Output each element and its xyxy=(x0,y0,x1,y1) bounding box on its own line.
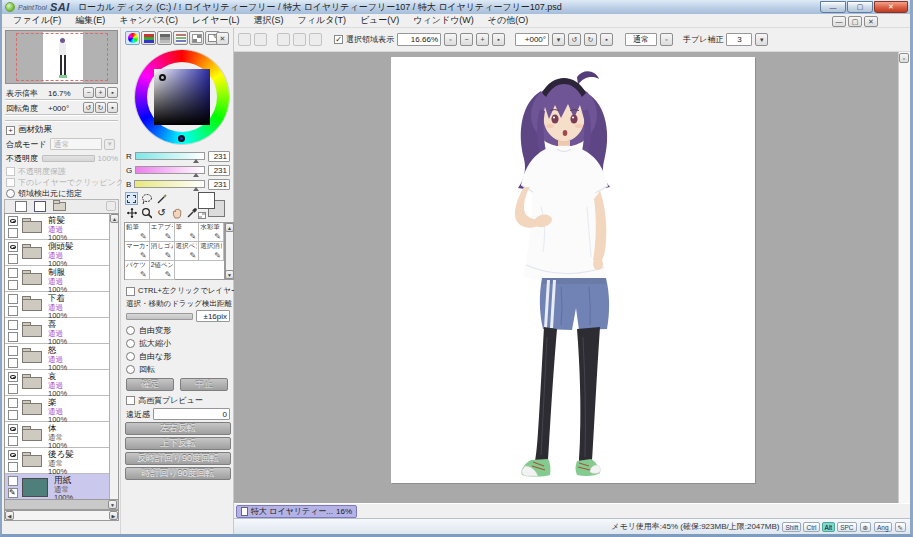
scroll-down-button[interactable]: ▼ xyxy=(225,270,234,279)
layer-paint-target-checkbox[interactable] xyxy=(8,488,18,498)
navigator-zoom-slider[interactable] xyxy=(5,99,118,101)
transform-option-row[interactable]: 自由な形 xyxy=(126,350,171,363)
hsv-slider-tab[interactable] xyxy=(157,31,172,45)
transform-option-row[interactable]: 回転 xyxy=(126,363,171,376)
doc-close-button[interactable]: ✕ xyxy=(864,16,878,27)
menu-item[interactable]: その他(O) xyxy=(481,13,535,28)
layer-visibility-checkbox[interactable] xyxy=(8,424,18,434)
confirm-button[interactable]: 確定 xyxy=(126,378,174,391)
brush-tool-cell[interactable]: マーカー ✎ xyxy=(125,242,150,261)
red-value[interactable]: 231 xyxy=(208,151,230,162)
toolbar-button-disabled[interactable] xyxy=(254,33,267,46)
transform-radio[interactable] xyxy=(126,339,135,348)
nav-rotate-cw-button[interactable]: ↻ xyxy=(95,102,106,113)
zoom-tool[interactable] xyxy=(140,206,153,219)
layer-row[interactable]: 怒 通過 100% xyxy=(5,344,109,370)
toolbar-button-disabled[interactable] xyxy=(309,33,322,46)
hue-marker[interactable] xyxy=(178,135,185,142)
stabilizer-value-box[interactable]: 3 xyxy=(726,33,752,46)
menu-item[interactable]: ファイル(F) xyxy=(6,13,68,28)
layer-row[interactable]: 後ろ髪 通常 100% xyxy=(5,448,109,474)
brush-tool-cell[interactable]: 選択ペン ✎ xyxy=(175,242,200,261)
brush-tool-cell[interactable]: 2値ペン ✎ xyxy=(150,261,175,280)
ctrl-click-checkbox[interactable] xyxy=(126,287,135,296)
color-panel-close-button[interactable]: ✕ xyxy=(216,32,229,45)
layer-row[interactable]: 制服 通過 100% xyxy=(5,266,109,292)
layer-visibility-checkbox[interactable] xyxy=(8,346,18,356)
perspective-input[interactable]: 0 xyxy=(153,408,230,420)
selection-source-radio[interactable] xyxy=(6,189,15,198)
menu-item[interactable]: キャンバス(C) xyxy=(112,13,185,28)
doc-restore-button[interactable]: ▢ xyxy=(848,16,862,27)
menu-item[interactable]: ウィンドウ(W) xyxy=(406,13,481,28)
canvas-viewport[interactable]: ▫ xyxy=(234,52,910,503)
zoom-out-button[interactable]: − xyxy=(460,33,473,46)
material-effect-header[interactable]: + 画材効果 xyxy=(6,124,52,136)
layer-row[interactable]: 下着 通過 100% xyxy=(5,292,109,318)
document-canvas[interactable] xyxy=(391,57,755,483)
rect-select-tool[interactable] xyxy=(125,192,138,205)
layer-row[interactable]: 側頭髪 通過 100% xyxy=(5,240,109,266)
drag-detect-value[interactable]: ±16pix xyxy=(196,310,230,322)
brush-tool-cell[interactable]: 消しゴム ✎ xyxy=(150,242,175,261)
doc-minimize-button[interactable]: — xyxy=(832,16,846,27)
layer-visibility-checkbox[interactable] xyxy=(8,268,18,278)
layer-row[interactable]: 楽 通過 100% xyxy=(5,396,109,422)
layer-row[interactable]: 用紙 通常 100% xyxy=(5,474,109,500)
menu-item[interactable]: フィルタ(T) xyxy=(291,13,353,28)
color-wheel-tab[interactable] xyxy=(125,31,140,45)
layer-list-hscrollbar[interactable]: ◀ ▶ xyxy=(4,510,119,521)
expand-icon[interactable]: + xyxy=(6,126,15,135)
layer-row[interactable]: 体 通常 100% xyxy=(5,422,109,448)
navigator-thumbnail[interactable] xyxy=(5,30,118,84)
foreground-color-swatch[interactable] xyxy=(198,192,215,209)
flip-button[interactable]: 時計回り90度回転 xyxy=(125,467,231,480)
swatches-tab[interactable] xyxy=(189,31,204,45)
color-wheel[interactable] xyxy=(135,50,229,144)
paint-blend-mode-box[interactable]: 通常 xyxy=(625,33,657,46)
brush-tool-cell[interactable]: 選択消し ✎ xyxy=(199,242,224,261)
blue-slider[interactable] xyxy=(134,180,205,188)
layer-visibility-checkbox[interactable] xyxy=(8,216,18,226)
green-value[interactable]: 231 xyxy=(208,165,230,176)
drag-detect-slider[interactable] xyxy=(126,313,193,320)
rotate-ccw-button[interactable]: ↺ xyxy=(568,33,581,46)
layer-visibility-checkbox[interactable] xyxy=(8,476,18,486)
maximize-button[interactable]: ▢ xyxy=(847,1,873,13)
menu-item[interactable]: ビュー(V) xyxy=(353,13,406,28)
layer-row[interactable]: 喜 通過 100% xyxy=(5,318,109,344)
green-slider[interactable] xyxy=(135,166,205,174)
scrollbar-corner-button[interactable]: ▫ xyxy=(899,53,909,63)
canvas-vertical-scrollbar[interactable]: ▫ xyxy=(898,52,910,503)
opacity-lock-checkbox[interactable] xyxy=(6,167,15,176)
scroll-left-button[interactable]: ◀ xyxy=(5,511,14,520)
transform-radio[interactable] xyxy=(126,352,135,361)
layer-paint-target-checkbox[interactable] xyxy=(8,228,18,238)
new-linework-layer-icon[interactable] xyxy=(34,201,46,212)
zoom-reset-button[interactable]: ▪ xyxy=(492,33,505,46)
scroll-up-button[interactable]: ▲ xyxy=(225,223,234,232)
red-slider[interactable] xyxy=(135,152,205,160)
brush-tool-cell[interactable]: 鉛筆 ✎ xyxy=(125,223,150,242)
brush-grid-scrollbar[interactable]: ▲ ▼ xyxy=(225,222,234,280)
eyedropper-tool[interactable] xyxy=(185,206,198,219)
menu-item[interactable]: 選択(S) xyxy=(247,13,291,28)
rotate-view-tool[interactable]: ↺ xyxy=(155,206,168,219)
nav-zoom-in-button[interactable]: + xyxy=(95,87,106,98)
layer-row[interactable]: 前髪 通過 100% xyxy=(5,214,109,240)
menu-item[interactable]: 編集(E) xyxy=(68,13,112,28)
red-slider-marker[interactable] xyxy=(193,159,199,163)
transparent-color-swatch[interactable] xyxy=(198,212,206,219)
new-layer-set-icon[interactable] xyxy=(53,202,66,211)
layer-visibility-checkbox[interactable] xyxy=(8,450,18,460)
close-button[interactable]: ✕ xyxy=(874,1,908,13)
transform-option-row[interactable]: 拡大縮小 xyxy=(126,337,171,350)
transform-radio[interactable] xyxy=(126,326,135,335)
minimize-button[interactable]: — xyxy=(820,1,846,13)
rotate-cw-button[interactable]: ↻ xyxy=(584,33,597,46)
flip-button[interactable]: 反時計回り90度回転 xyxy=(125,452,231,465)
cancel-button[interactable]: 中止 xyxy=(180,378,228,391)
stabilizer-dropdown-button[interactable]: ▾ xyxy=(755,33,768,46)
layer-paint-target-checkbox[interactable] xyxy=(8,384,18,394)
zoom-in-button[interactable]: + xyxy=(476,33,489,46)
